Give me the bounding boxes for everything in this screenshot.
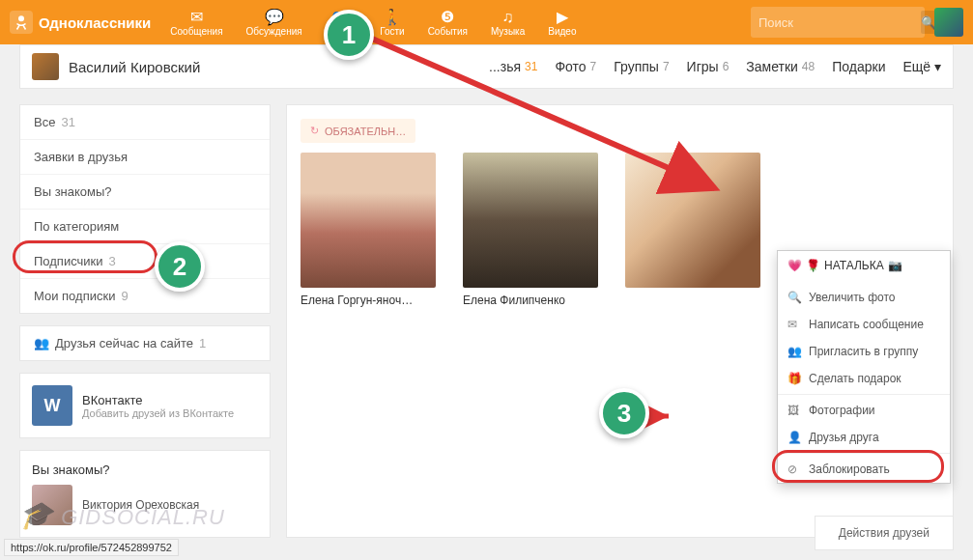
camera-icon: 📷 bbox=[888, 259, 902, 272]
guest-icon: 🚶 bbox=[382, 9, 403, 26]
refresh-icon: ↻ bbox=[310, 125, 319, 137]
ctx-zoom-photo[interactable]: 🔍Увеличить фото bbox=[778, 284, 950, 311]
friend-name: Елена Филипченко bbox=[463, 294, 598, 307]
annotation-badge-1: 1 bbox=[324, 10, 374, 60]
sidebar-item-subscribers[interactable]: Подписчики3 bbox=[20, 243, 270, 278]
people-icon: 👤 bbox=[787, 431, 801, 444]
vk-logo-icon: W bbox=[32, 385, 72, 426]
search-input[interactable] bbox=[758, 15, 921, 30]
people-icon: 👥 bbox=[34, 336, 49, 350]
annotation-badge-2: 2 bbox=[155, 241, 205, 292]
tab-notes[interactable]: Заметки48 bbox=[746, 59, 815, 74]
annotation-arrow-1 bbox=[367, 34, 734, 208]
events-icon: ❺ bbox=[437, 9, 458, 26]
suggest-title: Вы знакомы? bbox=[32, 462, 258, 477]
sidebar-item-all[interactable]: Все31 bbox=[20, 105, 270, 139]
group-icon: 👥 bbox=[787, 345, 801, 358]
search-box: 🔍 bbox=[751, 7, 925, 38]
gift-icon: 🎁 bbox=[787, 372, 801, 385]
sidebar-item-categories[interactable]: По категориям bbox=[20, 209, 270, 243]
browser-status-url: https://ok.ru/profile/572452899752 bbox=[4, 539, 179, 556]
ctx-photos[interactable]: 🖼Фотографии bbox=[778, 397, 950, 424]
ctx-block[interactable]: ⊘Заблокировать bbox=[778, 456, 950, 483]
nav-discussions[interactable]: 💬Обсуждения bbox=[246, 9, 302, 37]
tab-more[interactable]: Ещё ▾ bbox=[902, 59, 941, 74]
photo-icon: 🖼 bbox=[787, 404, 801, 417]
music-icon: ♫ bbox=[498, 9, 519, 26]
user-avatar[interactable] bbox=[934, 8, 963, 37]
sidebar-item-subscriptions[interactable]: Мои подписки9 bbox=[20, 278, 270, 313]
sidebar-item-online[interactable]: 👥Друзья сейчас на сайте1 bbox=[20, 326, 270, 360]
nav-guests[interactable]: 🚶Гости bbox=[380, 9, 404, 37]
context-menu: 💗🌹 НАТАЛЬКА 📷 🔍Увеличить фото ✉Написать … bbox=[777, 250, 951, 484]
chat-icon: 💬 bbox=[264, 9, 285, 26]
sidebar: Все31 Заявки в друзья Вы знакомы? По кат… bbox=[19, 104, 271, 538]
profile-name: Василий Кировский bbox=[69, 59, 200, 75]
sidebar-vk-block[interactable]: W ВКонтактеДобавить друзей из ВКонтакте bbox=[19, 373, 271, 438]
profile-avatar[interactable] bbox=[32, 53, 59, 80]
nav-messages[interactable]: ✉Сообщения bbox=[170, 9, 222, 37]
sidebar-item-doyouknow[interactable]: Вы знакомы? bbox=[20, 174, 270, 209]
svg-point-0 bbox=[18, 15, 24, 21]
nav-video[interactable]: ▶Видео bbox=[548, 9, 576, 37]
svg-line-1 bbox=[372, 39, 715, 188]
ctx-send-message[interactable]: ✉Написать сообщение bbox=[778, 311, 950, 338]
watermark: 🎓 GIDSOCIAL.RU bbox=[19, 499, 225, 531]
ctx-mutual-friends[interactable]: 👤Друзья друга bbox=[778, 424, 950, 451]
site-logo[interactable]: Одноклассники bbox=[10, 11, 151, 34]
friend-name: Елена Горгун-яноч… bbox=[300, 294, 436, 307]
context-menu-header: 💗🌹 НАТАЛЬКА 📷 bbox=[778, 251, 950, 284]
brand-name: Одноклассники bbox=[39, 14, 151, 31]
rose-icon: 🌹 bbox=[806, 259, 820, 272]
graduation-cap-icon: 🎓 bbox=[19, 500, 54, 530]
ctx-send-gift[interactable]: 🎁Сделать подарок bbox=[778, 365, 950, 392]
sidebar-item-requests[interactable]: Заявки в друзья bbox=[20, 139, 270, 174]
heart-icon: 💗 bbox=[787, 259, 802, 272]
envelope-icon: ✉ bbox=[787, 318, 801, 331]
video-icon: ▶ bbox=[552, 9, 573, 26]
tab-gifts[interactable]: Подарки bbox=[832, 59, 885, 74]
zoom-icon: 🔍 bbox=[787, 291, 801, 304]
ok-logo-icon bbox=[10, 11, 33, 34]
block-icon: ⊘ bbox=[787, 462, 801, 476]
ctx-invite-group[interactable]: 👥Пригласить в группу bbox=[778, 338, 950, 365]
nav-music[interactable]: ♫Музыка bbox=[491, 9, 525, 37]
envelope-icon: ✉ bbox=[186, 9, 207, 26]
friends-actions-panel[interactable]: Действия друзей bbox=[815, 516, 954, 550]
nav-events[interactable]: ❺События bbox=[428, 9, 468, 37]
annotation-badge-3: 3 bbox=[599, 388, 649, 438]
